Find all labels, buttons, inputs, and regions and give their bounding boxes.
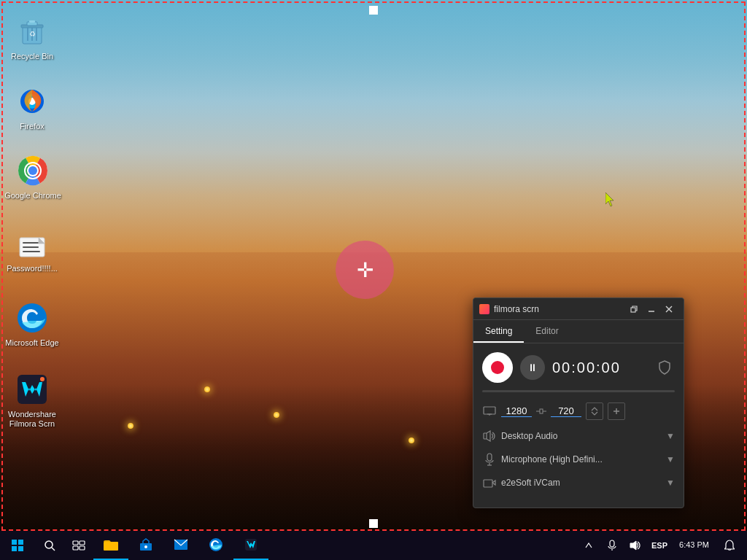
wondershare-label: Wondershare Filmora Scrn <box>3 410 61 429</box>
recycle-bin-icon: ♻ <box>15 14 50 49</box>
taskbar-task-view-button[interactable] <box>64 531 93 560</box>
svg-rect-42 <box>12 540 17 545</box>
lamp-light <box>128 423 133 429</box>
filmora-tab-setting[interactable]: Setting <box>473 320 524 343</box>
audio-row: Desktop Audio ▼ <box>482 429 675 443</box>
password-label: Password!!!!... <box>7 264 58 273</box>
taskbar: ESP 6:43 PM <box>0 531 747 560</box>
audio-icon <box>482 429 497 443</box>
filmora-logo-icon <box>479 304 489 314</box>
recording-indicator-top <box>369 6 378 15</box>
chrome-icon <box>15 153 50 188</box>
audio-dropdown[interactable]: ▼ <box>666 431 675 441</box>
sky-background <box>0 0 747 252</box>
svg-rect-29 <box>484 407 495 414</box>
recording-indicator-bottom <box>369 519 378 528</box>
svg-rect-38 <box>487 454 492 461</box>
notification-button[interactable] <box>718 531 741 560</box>
record-button[interactable] <box>482 352 513 383</box>
filmora-content: ⏸ 00:00:00 <box>473 343 684 508</box>
wondershare-icon <box>15 372 50 407</box>
firefox-label: Firefox <box>20 122 44 131</box>
camera-dropdown[interactable]: ▼ <box>666 478 675 488</box>
svg-rect-45 <box>18 546 23 551</box>
svg-point-46 <box>45 541 53 548</box>
filmora-tabs: Setting Editor <box>473 320 684 343</box>
audio-device-label: Desktop Audio <box>501 431 662 441</box>
filmora-tab-editor[interactable]: Editor <box>524 320 570 343</box>
svg-point-14 <box>28 166 37 175</box>
recycle-bin-label: Recycle Bin <box>11 52 53 61</box>
width-input[interactable] <box>501 405 532 417</box>
svg-rect-59 <box>610 540 614 547</box>
start-button[interactable] <box>0 531 35 560</box>
expand-button[interactable] <box>586 402 603 420</box>
taskbar-file-explorer[interactable] <box>93 531 128 560</box>
svg-rect-19 <box>23 251 40 252</box>
pause-icon: ⏸ <box>527 362 538 373</box>
svg-rect-49 <box>80 541 85 545</box>
monitor-icon <box>482 404 497 419</box>
language-indicator[interactable]: ESP <box>649 531 670 560</box>
svg-rect-18 <box>23 246 39 248</box>
microphone-label: Microphone (High Defini... <box>501 454 662 464</box>
svg-rect-50 <box>73 546 78 550</box>
svg-line-47 <box>52 548 55 551</box>
camera-icon <box>482 475 497 490</box>
taskbar-edge-btn[interactable] <box>198 531 233 560</box>
system-tray-expand[interactable] <box>578 531 599 560</box>
microphone-icon <box>482 452 497 467</box>
edge-label: Microsoft Edge <box>5 338 58 348</box>
edge-icon <box>15 300 50 335</box>
camera-label: e2eSoft iVCam <box>501 478 662 488</box>
taskbar-search-button[interactable] <box>35 531 64 560</box>
desktop-icon-firefox[interactable]: Firefox <box>3 84 61 131</box>
filmora-restore-button[interactable] <box>625 300 643 318</box>
lamp-light <box>204 386 210 392</box>
svg-rect-41 <box>484 480 492 487</box>
svg-rect-44 <box>12 546 17 551</box>
taskbar-filmora-btn[interactable] <box>233 531 268 560</box>
microphone-sys-icon[interactable] <box>602 531 622 560</box>
taskbar-mail[interactable] <box>163 531 198 560</box>
desktop-icon-edge[interactable]: Microsoft Edge <box>3 300 61 348</box>
svg-rect-48 <box>73 541 78 545</box>
progress-bar <box>482 390 675 392</box>
svg-rect-51 <box>80 546 85 550</box>
lamp-light <box>409 438 414 443</box>
filmora-titlebar: filmora scrn <box>473 298 684 320</box>
timer-display: 00:00:00 <box>552 359 647 376</box>
shield-icon[interactable] <box>654 357 675 378</box>
taskbar-store[interactable] <box>128 531 163 560</box>
crosshair-icon: ✛ <box>357 258 374 282</box>
desktop-icon-chrome[interactable]: Google Chrome <box>4 153 62 201</box>
camera-row: e2eSoft iVCam ▼ <box>482 475 675 490</box>
record-controls: ⏸ 00:00:00 <box>482 352 675 383</box>
add-resolution-button[interactable] <box>608 402 625 420</box>
pause-button[interactable]: ⏸ <box>520 355 545 380</box>
filmora-title: filmora scrn <box>494 304 625 314</box>
desktop-icon-password[interactable]: Password!!!!... <box>3 226 61 273</box>
resize-icon <box>536 407 546 416</box>
desktop-icon-wondershare[interactable]: Wondershare Filmora Scrn <box>3 372 61 429</box>
svg-rect-34 <box>540 409 543 413</box>
lamp-light <box>274 412 279 418</box>
desktop-icon-recycle-bin[interactable]: ♻ Recycle Bin <box>3 14 61 61</box>
volume-sys-icon[interactable] <box>625 531 646 560</box>
svg-text:♻: ♻ <box>29 30 36 38</box>
filmora-close-button[interactable] <box>660 300 678 318</box>
microphone-dropdown[interactable]: ▼ <box>666 454 675 464</box>
svg-marker-61 <box>630 541 636 550</box>
filmora-window: filmora scrn Setting Editor <box>473 298 684 508</box>
clock-time: 6:43 PM <box>679 540 709 551</box>
record-dot-icon <box>491 361 504 374</box>
filmora-minimize-button[interactable] <box>643 300 660 318</box>
svg-rect-7 <box>29 20 35 23</box>
taskbar-clock[interactable]: 6:43 PM <box>673 531 715 560</box>
microphone-row: Microphone (High Defini... ▼ <box>482 452 675 467</box>
desktop: ✛ ♻ Recycle Bin <box>0 0 747 560</box>
taskbar-system-tray: ESP 6:43 PM <box>578 531 747 560</box>
svg-rect-37 <box>484 433 487 439</box>
height-input[interactable] <box>551 405 581 417</box>
crosshair-drag-handle[interactable]: ✛ <box>336 241 394 299</box>
